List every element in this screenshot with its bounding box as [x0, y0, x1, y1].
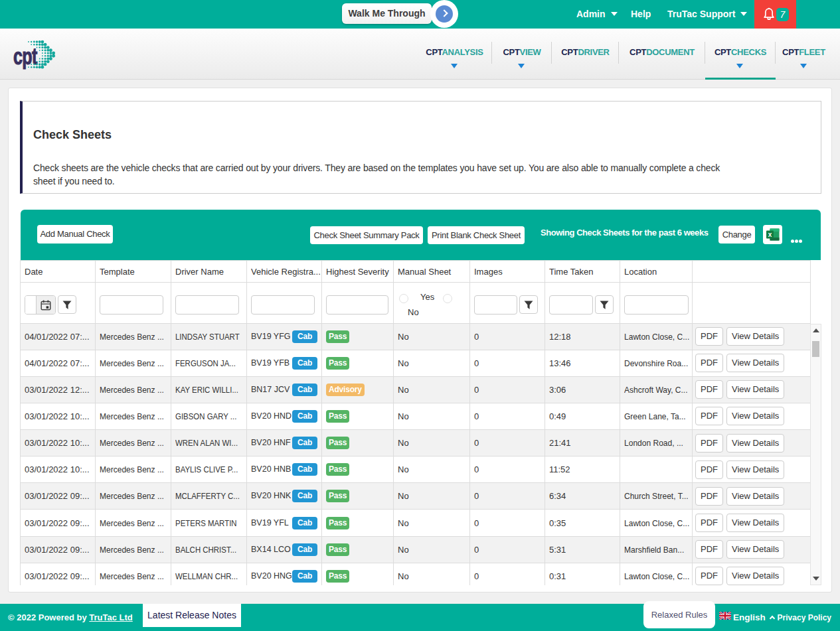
- svg-text:x: x: [768, 231, 772, 238]
